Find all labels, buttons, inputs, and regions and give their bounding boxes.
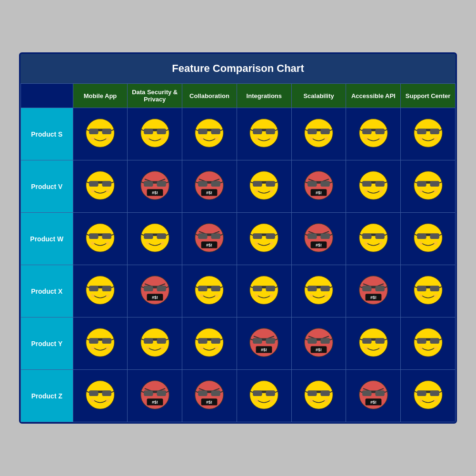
column-header-mobile_app: Mobile App	[73, 84, 128, 108]
svg-rect-49	[371, 129, 375, 131]
face-cell	[128, 108, 182, 160]
face-cell	[291, 265, 346, 317]
face-cell	[73, 108, 128, 160]
svg-point-102	[270, 189, 274, 193]
svg-point-189	[379, 241, 383, 245]
face-cell: #$!	[237, 317, 291, 370]
svg-point-140	[106, 241, 109, 245]
svg-point-340	[91, 398, 95, 402]
svg-rect-386	[362, 390, 372, 396]
table-row: Product Y	[21, 317, 456, 370]
face-cell	[182, 108, 237, 160]
svg-rect-144	[157, 233, 166, 239]
svg-rect-145	[153, 234, 157, 236]
svg-text:#$!: #$!	[206, 243, 212, 248]
svg-rect-176	[317, 234, 321, 236]
svg-rect-78	[153, 182, 157, 183]
svg-point-25	[200, 137, 204, 140]
svg-point-17	[160, 137, 164, 140]
svg-rect-77	[157, 181, 166, 187]
svg-rect-326	[417, 338, 426, 344]
svg-point-274	[106, 346, 109, 350]
svg-rect-29	[253, 129, 262, 134]
svg-rect-212	[144, 286, 153, 291]
face-cell: #$!	[128, 370, 182, 422]
svg-rect-30	[266, 129, 276, 134]
svg-rect-279	[153, 339, 157, 340]
svg-point-52	[364, 137, 368, 140]
face-cell: #$!	[346, 265, 401, 317]
svg-rect-13	[153, 129, 157, 131]
svg-rect-193	[430, 233, 439, 239]
svg-rect-184	[375, 233, 385, 239]
svg-point-26	[215, 137, 219, 140]
svg-rect-56	[417, 129, 426, 134]
svg-rect-87	[198, 181, 208, 187]
svg-rect-260	[430, 286, 439, 291]
face-cell	[346, 317, 401, 370]
svg-point-323	[379, 346, 383, 350]
svg-rect-47	[362, 129, 372, 134]
svg-rect-12	[157, 129, 166, 134]
svg-rect-259	[417, 286, 426, 291]
svg-rect-232	[262, 287, 266, 288]
face-cell: #$!	[182, 213, 237, 265]
face-cell	[346, 108, 401, 160]
chart-title: Feature Comparison Chart	[20, 54, 456, 83]
svg-point-139	[91, 241, 95, 245]
column-header-collaboration: Collaboration	[182, 84, 237, 108]
svg-rect-175	[320, 233, 330, 239]
svg-rect-359	[208, 391, 211, 393]
face-cell: #$!	[291, 213, 346, 265]
svg-text:#$!: #$!	[316, 190, 322, 195]
face-cell	[237, 265, 291, 317]
svg-rect-154	[198, 233, 208, 239]
svg-point-44	[324, 137, 328, 140]
svg-point-332	[434, 346, 437, 350]
svg-point-53	[379, 137, 383, 140]
svg-rect-156	[208, 234, 211, 236]
svg-point-283	[160, 346, 164, 350]
svg-rect-277	[144, 338, 153, 344]
svg-rect-261	[426, 287, 430, 288]
svg-rect-328	[426, 339, 430, 340]
svg-point-282	[146, 346, 149, 350]
face-cell: #$!	[346, 370, 401, 422]
svg-rect-252	[371, 287, 375, 288]
svg-text:#$!: #$!	[152, 295, 158, 300]
svg-text:#$!: #$!	[370, 295, 377, 300]
face-cell	[182, 265, 237, 317]
empty-header	[21, 84, 73, 108]
svg-rect-395	[417, 390, 426, 396]
svg-rect-20	[198, 129, 208, 134]
svg-rect-368	[262, 391, 266, 393]
svg-rect-387	[375, 390, 385, 396]
svg-rect-309	[320, 338, 330, 344]
svg-point-101	[255, 189, 258, 193]
face-cell	[401, 213, 456, 265]
svg-rect-357	[198, 390, 208, 396]
svg-rect-194	[426, 234, 430, 236]
svg-point-273	[91, 346, 95, 350]
svg-point-16	[146, 137, 149, 140]
svg-rect-319	[371, 339, 375, 340]
svg-text:#$!: #$!	[152, 400, 158, 405]
svg-rect-337	[99, 391, 102, 393]
svg-point-236	[270, 294, 274, 298]
face-cell: #$!	[291, 160, 346, 213]
face-cell	[237, 108, 291, 160]
svg-point-322	[364, 346, 368, 350]
svg-rect-116	[362, 181, 372, 187]
face-cell: #$!	[182, 370, 237, 422]
svg-rect-134	[89, 233, 99, 239]
face-cell	[237, 213, 291, 265]
product-label: Product Z	[21, 370, 73, 422]
svg-rect-202	[102, 286, 111, 291]
face-cell	[401, 265, 456, 317]
svg-rect-107	[307, 181, 317, 187]
svg-rect-223	[208, 287, 211, 288]
svg-rect-396	[430, 390, 439, 396]
svg-point-43	[309, 137, 313, 140]
svg-rect-2	[89, 129, 99, 134]
svg-rect-135	[102, 233, 111, 239]
